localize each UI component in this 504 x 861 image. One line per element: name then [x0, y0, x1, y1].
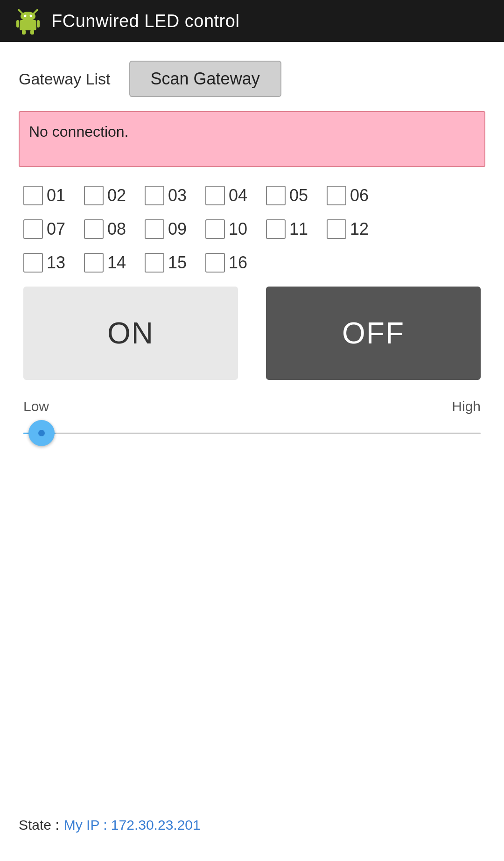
checkbox-row-1: 01 02 03 04 05 06 — [23, 186, 481, 205]
svg-point-4 — [30, 15, 32, 17]
checkbox-item-07: 07 — [23, 219, 70, 239]
slider-thumb[interactable] — [28, 420, 55, 446]
checkbox-label-08: 08 — [107, 219, 131, 239]
checkbox-07[interactable] — [23, 219, 43, 239]
checkbox-09[interactable] — [145, 219, 164, 239]
checkbox-label-11: 11 — [289, 219, 313, 239]
checkbox-02[interactable] — [84, 186, 104, 205]
checkbox-label-05: 05 — [289, 186, 313, 205]
app-header: FCunwired LED control — [0, 0, 504, 42]
checkbox-label-04: 04 — [229, 186, 252, 205]
checkbox-label-12: 12 — [350, 219, 373, 239]
checkbox-01[interactable] — [23, 186, 43, 205]
checkbox-label-16: 16 — [229, 253, 252, 273]
checkbox-item-10: 10 — [205, 219, 252, 239]
checkbox-item-16: 16 — [205, 253, 252, 273]
svg-rect-8 — [22, 30, 26, 35]
slider-section: Low High — [19, 399, 485, 447]
status-ip: My IP : 172.30.23.201 — [64, 817, 201, 833]
slider-low-label: Low — [23, 399, 49, 414]
checkbox-label-09: 09 — [168, 219, 191, 239]
slider-container — [23, 419, 481, 447]
checkbox-label-06: 06 — [350, 186, 373, 205]
checkbox-label-14: 14 — [107, 253, 131, 273]
checkbox-item-04: 04 — [205, 186, 252, 205]
checkbox-item-13: 13 — [23, 253, 70, 273]
slider-track — [23, 433, 481, 434]
on-off-section: ON OFF — [23, 287, 481, 380]
checkbox-03[interactable] — [145, 186, 164, 205]
app-title: FCunwired LED control — [51, 11, 239, 31]
svg-rect-9 — [30, 30, 34, 35]
gateway-label: Gateway List — [19, 70, 111, 88]
off-button[interactable]: OFF — [266, 287, 481, 380]
checkbox-13[interactable] — [23, 253, 43, 273]
svg-rect-5 — [20, 20, 36, 30]
checkbox-label-02: 02 — [107, 186, 131, 205]
checkbox-item-08: 08 — [84, 219, 131, 239]
checkbox-row-2: 07 08 09 10 11 12 — [23, 219, 481, 239]
slider-thumb-dot — [38, 430, 45, 436]
checkbox-item-03: 03 — [145, 186, 191, 205]
slider-labels: Low High — [23, 399, 481, 414]
svg-line-0 — [19, 10, 22, 14]
checkbox-label-15: 15 — [168, 253, 191, 273]
checkbox-label-01: 01 — [47, 186, 70, 205]
svg-rect-7 — [37, 20, 40, 28]
checkbox-item-11: 11 — [266, 219, 313, 239]
scan-gateway-button[interactable]: Scan Gateway — [129, 61, 281, 97]
svg-point-2 — [21, 12, 35, 21]
main-content: Gateway List Scan Gateway No connection.… — [0, 42, 504, 494]
checkbox-item-06: 06 — [327, 186, 373, 205]
checkbox-12[interactable] — [327, 219, 346, 239]
status-bar: State : My IP : 172.30.23.201 — [0, 817, 504, 833]
no-connection-box: No connection. — [19, 111, 485, 167]
checkbox-section: 01 02 03 04 05 06 — [19, 186, 485, 273]
checkbox-10[interactable] — [205, 219, 225, 239]
svg-rect-6 — [16, 20, 19, 28]
checkbox-item-05: 05 — [266, 186, 313, 205]
checkbox-label-13: 13 — [47, 253, 70, 273]
checkbox-04[interactable] — [205, 186, 225, 205]
checkbox-row-3: 13 14 15 16 — [23, 253, 481, 273]
on-button[interactable]: ON — [23, 287, 238, 380]
checkbox-item-02: 02 — [84, 186, 131, 205]
checkbox-item-15: 15 — [145, 253, 191, 273]
checkbox-08[interactable] — [84, 219, 104, 239]
checkbox-item-01: 01 — [23, 186, 70, 205]
checkbox-label-07: 07 — [47, 219, 70, 239]
svg-point-3 — [24, 15, 27, 17]
checkbox-item-09: 09 — [145, 219, 191, 239]
checkbox-16[interactable] — [205, 253, 225, 273]
slider-high-label: High — [452, 399, 481, 414]
android-icon — [14, 7, 42, 35]
no-connection-text: No connection. — [29, 123, 128, 140]
status-label: State : — [19, 817, 59, 833]
checkbox-05[interactable] — [266, 186, 286, 205]
checkbox-15[interactable] — [145, 253, 164, 273]
checkbox-14[interactable] — [84, 253, 104, 273]
checkbox-06[interactable] — [327, 186, 346, 205]
checkbox-label-10: 10 — [229, 219, 252, 239]
checkbox-label-03: 03 — [168, 186, 191, 205]
checkbox-11[interactable] — [266, 219, 286, 239]
svg-line-1 — [34, 10, 37, 14]
gateway-row: Gateway List Scan Gateway — [19, 61, 485, 97]
checkbox-item-14: 14 — [84, 253, 131, 273]
checkbox-item-12: 12 — [327, 219, 373, 239]
